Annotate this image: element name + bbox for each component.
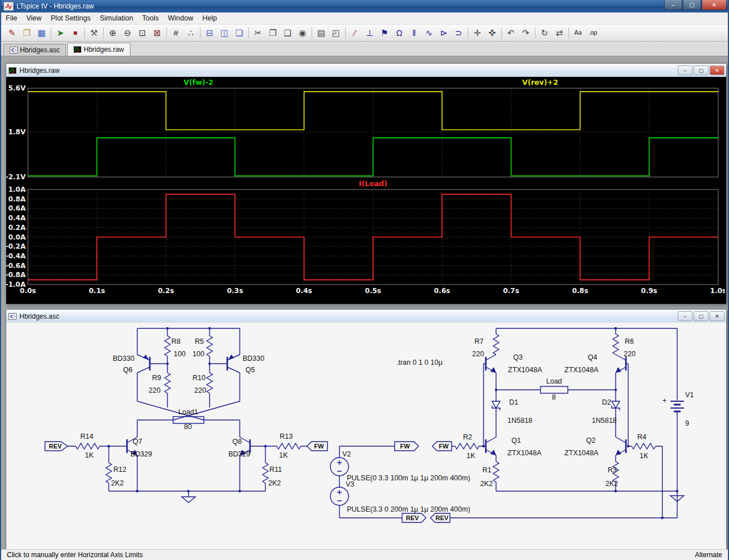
mirror-icon: ⇄ <box>556 28 563 37</box>
schematic-window-titlebar[interactable]: Hbridges.asc – ▢ ✕ <box>6 310 726 323</box>
rotate-icon: ↻ <box>541 28 548 37</box>
redo-button[interactable]: ↷ <box>518 26 533 40</box>
menu-tools[interactable]: Tools <box>138 13 163 23</box>
text-button[interactable]: Aa <box>571 26 585 40</box>
waveform-window: Hbridges.raw – ▢ ✕ 5.6V1.8V-2.1VV(fw)-2V… <box>6 63 727 304</box>
find-button[interactable]: ◉ <box>295 26 310 40</box>
r1-value: 2K2 <box>480 480 493 488</box>
menu-help[interactable]: Help <box>198 13 222 23</box>
r2-value: 1K <box>466 452 476 460</box>
print-button[interactable]: ▤ <box>314 26 329 40</box>
load-resistor-symbol[interactable] <box>540 386 568 393</box>
control-panel-icon: ⚒ <box>90 28 97 37</box>
ground-icon: ⊥ <box>366 28 373 37</box>
title-bar[interactable]: LTspice IV - Hbridges.raw – ▢ ✕ <box>1 0 728 13</box>
trace-name-label[interactable]: V(fw)-2 <box>183 78 213 87</box>
waveform-plot[interactable]: 5.6V1.8V-2.1VV(fw)-2V(rev)+21.0A0.8A0.6A… <box>6 77 725 302</box>
waveform-plot-area[interactable]: 5.6V1.8V-2.1VV(fw)-2V(rev)+21.0A0.8A0.6A… <box>6 77 726 304</box>
r11-value: 2K2 <box>268 479 281 487</box>
component-button[interactable]: ⊃ <box>451 26 466 40</box>
run-icon: ➤ <box>57 28 64 37</box>
wave-close-button[interactable]: ✕ <box>710 65 724 75</box>
tab-label: Hbridges.asc <box>20 46 60 54</box>
menu-plot-settings[interactable]: Plot Settings <box>46 13 95 23</box>
r14-ref: R14 <box>80 433 93 440</box>
emitter-arrow <box>228 355 234 360</box>
waveform-file-icon <box>9 67 17 74</box>
net-label-button[interactable]: ⚑ <box>377 26 392 40</box>
rotate-button[interactable]: ↻ <box>537 26 552 40</box>
minimize-button[interactable]: – <box>664 0 682 10</box>
draw-line-button[interactable]: ∕ <box>347 26 362 40</box>
diode-d2-symbol[interactable] <box>612 401 620 408</box>
save-button[interactable]: ▦ <box>34 26 49 40</box>
toolbar-separator <box>51 27 51 39</box>
mirror-button[interactable]: ⇄ <box>552 26 567 40</box>
new-schematic-button[interactable]: ✎ <box>5 26 19 40</box>
zoom-area-button[interactable]: ⊡ <box>135 26 150 40</box>
tile-horizontal-button[interactable]: ⊟ <box>202 26 217 40</box>
wave-maximize-button[interactable]: ▢ <box>694 65 708 75</box>
v3-source-symbol[interactable] <box>330 487 349 505</box>
sch-minimize-button[interactable]: – <box>678 311 693 321</box>
wave-minimize-button[interactable]: – <box>678 65 693 75</box>
rev-flag-label: REV <box>436 514 449 521</box>
inductor-button[interactable]: ∿ <box>421 26 436 40</box>
undo-button[interactable]: ↶ <box>503 26 518 40</box>
load1-ref: Load1 <box>178 408 198 416</box>
capacitor-button[interactable]: ‖ <box>407 26 421 40</box>
mark-data-points-button[interactable]: ∴ <box>183 26 198 40</box>
open-file-icon: ❒ <box>23 28 30 37</box>
cascade-windows-button[interactable]: ❏ <box>232 26 247 40</box>
diode-d1-symbol[interactable] <box>492 401 500 408</box>
trace-name-label[interactable]: I(Load) <box>359 179 387 188</box>
tran-directive[interactable]: .tran 0 1 0 10µ <box>396 359 443 367</box>
y-tick-label: -0.2A <box>6 242 26 250</box>
copy-button[interactable]: ❐ <box>265 26 280 40</box>
menu-window[interactable]: Window <box>163 13 198 23</box>
paste-button[interactable]: ❑ <box>280 26 295 40</box>
run-button[interactable]: ➤ <box>53 26 68 40</box>
v2-source-symbol[interactable] <box>330 458 349 476</box>
schematic-canvas-area[interactable]: BD330 Q6 BD330 Q5 R8 100 R5 100 R9 220 R… <box>6 323 726 549</box>
cut-button[interactable]: ✂ <box>251 26 265 40</box>
y-tick-label: -0.8A <box>6 271 26 279</box>
diode-button[interactable]: ⊳ <box>436 26 451 40</box>
v2-value: PULSE(0 3.3 100m 1µ 1µ 200m 400m) <box>347 474 470 482</box>
q1-value: ZTX1048A <box>507 449 542 457</box>
menu-simulation[interactable]: Simulation <box>95 13 137 23</box>
drag-button[interactable]: ✜ <box>485 26 499 40</box>
x-tick-label: 0.5s <box>365 287 381 295</box>
zoom-in-button[interactable]: ⊕ <box>105 26 120 40</box>
zoom-out-button[interactable]: ⊖ <box>120 26 135 40</box>
tab-hbridges-raw[interactable]: Hbridges.raw <box>67 43 130 56</box>
grid-button[interactable]: # <box>169 26 183 40</box>
control-panel-button[interactable]: ⚒ <box>87 26 101 40</box>
status-bar: Click to manually enter Horizontal Axis … <box>1 549 728 560</box>
q6-value: BD330 <box>113 355 134 363</box>
maximize-button[interactable]: ▢ <box>683 0 701 10</box>
zoom-fit-button[interactable]: ⊠ <box>150 26 165 40</box>
menu-file[interactable]: File <box>1 13 22 23</box>
d2-value: 1N5818 <box>592 417 617 425</box>
menu-view[interactable]: View <box>22 13 46 23</box>
waveform-window-titlebar[interactable]: Hbridges.raw – ▢ ✕ <box>6 64 726 77</box>
spice-directive-button[interactable]: .op <box>585 26 600 40</box>
d2-ref: D2 <box>602 398 611 406</box>
close-button[interactable]: ✕ <box>702 0 727 10</box>
ground-button[interactable]: ⊥ <box>362 26 377 40</box>
r8-value: 100 <box>174 350 186 358</box>
print-preview-button[interactable]: ◰ <box>329 26 343 40</box>
schematic-drawing[interactable]: BD330 Q6 BD330 Q5 R8 100 R5 100 R9 220 R… <box>6 323 725 549</box>
tab-hbridges-asc[interactable]: Hbridges.asc <box>3 44 66 56</box>
sch-close-button[interactable]: ✕ <box>710 311 724 321</box>
tile-vertical-button[interactable]: ◫ <box>217 26 232 40</box>
resistor-button[interactable]: Ω <box>392 26 407 40</box>
sch-maximize-button[interactable]: ▢ <box>694 311 708 321</box>
trace-name-label[interactable]: V(rev)+2 <box>522 78 558 87</box>
halt-button[interactable]: ■ <box>68 26 83 40</box>
move-button[interactable]: ✛ <box>470 26 485 40</box>
open-file-button[interactable]: ❒ <box>19 26 34 40</box>
r12-value: 2K2 <box>111 479 124 487</box>
y-tick-label: 1.0A <box>8 186 26 193</box>
